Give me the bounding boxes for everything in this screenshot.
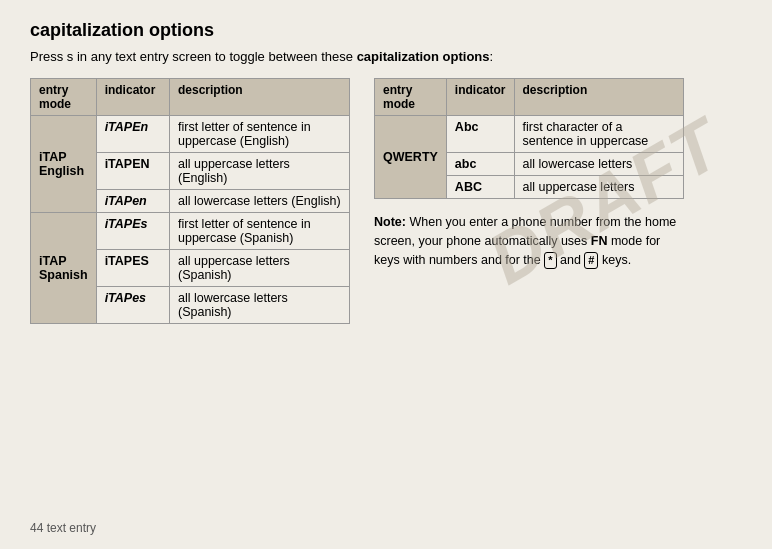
page-title: capitalization options — [30, 20, 742, 41]
right-column: entrymode indicator description QWERTY A… — [374, 78, 684, 269]
indicator-abc-lower: abc — [446, 153, 514, 176]
left-header-description: description — [170, 79, 350, 116]
indicator-itapen-upper: iTAPEN — [96, 153, 169, 190]
intro-text: Press s in any text entry screen to togg… — [30, 49, 742, 64]
left-header-mode: entrymode — [31, 79, 97, 116]
indicator-itapen-lower: iTAPen — [96, 190, 169, 213]
desc-abc-title: first character of a sentence in upperca… — [514, 116, 683, 153]
left-table-header: entrymode indicator description — [31, 79, 350, 116]
fn-mode-indicator: FN — [591, 234, 608, 248]
note-label: Note: — [374, 215, 406, 229]
right-table-header: entrymode indicator description — [375, 79, 684, 116]
desc-itapen-lower: all lowercase letters (English) — [170, 190, 350, 213]
right-header-indicator: indicator — [446, 79, 514, 116]
group-cell-qwerty: QWERTY — [375, 116, 447, 199]
content-row: entrymode indicator description iTAPEngl… — [30, 78, 742, 324]
indicator-itapes-upper: iTAPES — [96, 250, 169, 287]
desc-itapes-lower: all lowercase letters (Spanish) — [170, 287, 350, 324]
hash-key-icon: # — [584, 252, 598, 269]
table-row: QWERTY Abc first character of a sentence… — [375, 116, 684, 153]
group-cell-itap-spanish: iTAPSpanish — [31, 213, 97, 324]
right-header-description: description — [514, 79, 683, 116]
footer: 44 text entry — [30, 521, 96, 535]
indicator-abc-title: Abc — [446, 116, 514, 153]
left-table: entrymode indicator description iTAPEngl… — [30, 78, 350, 324]
right-table: entrymode indicator description QWERTY A… — [374, 78, 684, 199]
desc-itapes-upper: all uppercase letters (Spanish) — [170, 250, 350, 287]
indicator-itapes: iTAPEs — [96, 213, 169, 250]
note-and: and — [560, 253, 584, 267]
desc-abc-upper: all uppercase letters — [514, 176, 683, 199]
desc-itapen: first letter of sentence in uppercase (E… — [170, 116, 350, 153]
page: capitalization options Press s in any te… — [0, 0, 772, 549]
indicator-itapes-lower: iTAPes — [96, 287, 169, 324]
intro-main: Press s in any text entry screen to togg… — [30, 49, 353, 64]
indicator-itapen: iTAPEn — [96, 116, 169, 153]
note-text4: keys. — [602, 253, 631, 267]
desc-itapen-upper: all uppercase letters (English) — [170, 153, 350, 190]
left-header-indicator: indicator — [96, 79, 169, 116]
star-key-icon: * — [544, 252, 556, 269]
indicator-abc-upper: ABC — [446, 176, 514, 199]
intro-bold: capitalization options — [357, 49, 490, 64]
desc-abc-lower: all lowercase letters — [514, 153, 683, 176]
table-row: iTAPEnglish iTAPEn first letter of sente… — [31, 116, 350, 153]
group-cell-itap-english: iTAPEnglish — [31, 116, 97, 213]
desc-itapes: first letter of sentence in uppercase (S… — [170, 213, 350, 250]
table-row: iTAPSpanish iTAPEs first letter of sente… — [31, 213, 350, 250]
right-header-mode: entrymode — [375, 79, 447, 116]
note-section: Note: When you enter a phone number from… — [374, 213, 684, 269]
